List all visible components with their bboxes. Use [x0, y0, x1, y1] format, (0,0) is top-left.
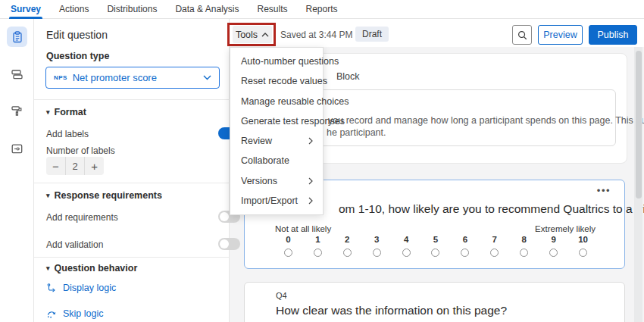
- flow-blocks-icon: [11, 68, 23, 81]
- nps-scale-number: 3: [374, 235, 379, 244]
- menu-item-label: Import/Export: [241, 195, 298, 206]
- nps-radio-button[interactable]: [431, 249, 439, 257]
- nav-item-results[interactable]: Results: [248, 0, 296, 19]
- nps-scale-number: 1: [315, 235, 320, 244]
- clipboard-icon: [11, 31, 23, 43]
- settings-sliders-icon: [11, 142, 23, 155]
- nps-scale-grid: 012345678910: [274, 235, 598, 257]
- section-divider: [34, 99, 230, 100]
- chevron-down-icon: [203, 75, 211, 80]
- menu-item-manage-reusable-choices[interactable]: Manage reusable choices: [230, 92, 323, 111]
- nps-radio-button[interactable]: [549, 249, 558, 257]
- skip-logic-link[interactable]: Skip logic: [46, 308, 104, 319]
- nav-item-survey[interactable]: Survey: [2, 0, 50, 19]
- menu-item-label: Auto-number questions: [241, 56, 339, 67]
- response-requirements-title: Response requirements: [55, 190, 162, 201]
- add-requirements-label: Add requirements: [46, 212, 118, 223]
- menu-item-collaborate[interactable]: Collaborate: [230, 151, 323, 170]
- tools-button[interactable]: Tools: [233, 26, 272, 43]
- stepper-increment-button[interactable]: +: [84, 157, 104, 175]
- nps-scale-option-1[interactable]: 1: [303, 235, 333, 257]
- nps-scale-number: 2: [345, 235, 349, 244]
- nps-radio-button[interactable]: [461, 249, 469, 257]
- nps-scale-option-10[interactable]: 10: [568, 235, 598, 257]
- vertical-scrollbar-thumb[interactable]: [636, 51, 642, 199]
- survey-flow-icon[interactable]: [7, 64, 27, 85]
- tools-dropdown-menu: Auto-number questionsReset recode values…: [230, 47, 324, 215]
- survey-builder-icon[interactable]: [7, 27, 27, 47]
- nps-scale-option-0[interactable]: 0: [274, 235, 303, 257]
- nps-scale-option-7[interactable]: 7: [480, 235, 509, 257]
- question-id-label: Q4: [276, 291, 287, 300]
- question-type-label: Question type: [46, 51, 109, 61]
- question-behavior-section-header[interactable]: ▾ Question behavior: [46, 263, 137, 274]
- search-button[interactable]: [512, 25, 532, 45]
- menu-item-auto-number-questions[interactable]: Auto-number questions: [230, 52, 323, 71]
- menu-item-review[interactable]: Review: [230, 131, 323, 151]
- timing-description-line1: you record and manage how long a partici…: [328, 115, 644, 126]
- nav-item-data-analysis[interactable]: Data & Analysis: [166, 0, 248, 19]
- nps-radio-button[interactable]: [579, 249, 587, 257]
- chevron-right-icon: [308, 177, 313, 185]
- section-caret-icon: ▾: [46, 264, 50, 272]
- menu-item-label: Versions: [241, 176, 277, 186]
- nps-radio-button[interactable]: [520, 249, 528, 257]
- menu-item-generate-test-responses[interactable]: Generate test responses: [230, 111, 323, 131]
- nav-item-reports[interactable]: Reports: [296, 0, 346, 19]
- look-and-feel-icon[interactable]: [7, 101, 27, 121]
- chevron-up-icon: [261, 33, 269, 37]
- nps-scale-option-6[interactable]: 6: [450, 235, 480, 257]
- nps-scale-option-2[interactable]: 2: [333, 235, 362, 257]
- nps-scale-option-4[interactable]: 4: [392, 235, 421, 257]
- block-title[interactable]: Block: [336, 71, 360, 82]
- nps-scale-option-9[interactable]: 9: [539, 235, 568, 257]
- top-nav: SurveyActionsDistributionsData & Analysi…: [0, 0, 644, 19]
- question-type-select[interactable]: NPS Net promoter score: [45, 67, 220, 89]
- edit-question-panel: Edit question Question type NPS Net prom…: [34, 19, 230, 322]
- menu-item-label: Generate test responses: [241, 116, 345, 127]
- response-requirements-section-header[interactable]: ▾ Response requirements: [46, 190, 162, 201]
- menu-item-versions[interactable]: Versions: [230, 171, 323, 191]
- nps-radio-button[interactable]: [373, 249, 381, 257]
- add-validation-toggle[interactable]: [218, 238, 240, 250]
- nps-scale-option-5[interactable]: 5: [421, 235, 451, 257]
- nps-scale-option-8[interactable]: 8: [509, 235, 539, 257]
- number-of-labels-label: Number of labels: [46, 145, 115, 156]
- display-logic-icon: [46, 283, 57, 293]
- stepper-decrement-button[interactable]: −: [46, 157, 65, 175]
- left-icon-rail: [0, 19, 34, 322]
- chevron-right-icon: [308, 197, 313, 205]
- add-labels-label: Add labels: [46, 129, 89, 139]
- menu-item-import-export[interactable]: Import/Export: [230, 191, 323, 211]
- q4-question-card[interactable]: Q4 How clear was the information on this…: [244, 282, 625, 322]
- publish-button[interactable]: Publish: [589, 25, 637, 45]
- question-behavior-title: Question behavior: [55, 263, 138, 274]
- editor-toolbar: Tools Saved at 3:44 PM Draft Preview Pub…: [230, 19, 644, 47]
- menu-item-reset-recode-values[interactable]: Reset recode values: [230, 71, 323, 91]
- nps-question-text: om 1-10, how likely are you to recommend…: [339, 202, 644, 216]
- nps-radio-button[interactable]: [402, 249, 411, 257]
- nps-radio-button[interactable]: [343, 249, 352, 257]
- nps-scale-option-3[interactable]: 3: [362, 235, 392, 257]
- question-options-menu-icon[interactable]: •••: [597, 185, 611, 196]
- menu-item-label: Manage reusable choices: [241, 96, 349, 107]
- nps-radio-button[interactable]: [284, 249, 292, 257]
- nps-scale-number: 8: [522, 235, 527, 244]
- display-logic-label: Display logic: [63, 283, 116, 293]
- nps-scale-number: 9: [551, 235, 555, 244]
- display-logic-link[interactable]: Display logic: [46, 283, 116, 293]
- timing-description-line2: he participant.: [327, 127, 386, 138]
- nps-radio-button[interactable]: [314, 249, 322, 257]
- nps-scale-number: 0: [286, 235, 290, 244]
- stepper-value: 2: [65, 157, 85, 175]
- nav-item-actions[interactable]: Actions: [50, 0, 98, 19]
- survey-options-icon[interactable]: [7, 139, 27, 159]
- vertical-scrollbar-track[interactable]: [634, 47, 642, 322]
- toggle-knob: [220, 212, 229, 221]
- nps-radio-button[interactable]: [490, 249, 499, 257]
- number-of-labels-stepper: − 2 +: [46, 157, 104, 175]
- format-section-header[interactable]: ▾ Format: [46, 107, 86, 117]
- nav-item-distributions[interactable]: Distributions: [98, 0, 166, 19]
- preview-button[interactable]: Preview: [538, 25, 583, 45]
- toggle-knob: [220, 239, 229, 249]
